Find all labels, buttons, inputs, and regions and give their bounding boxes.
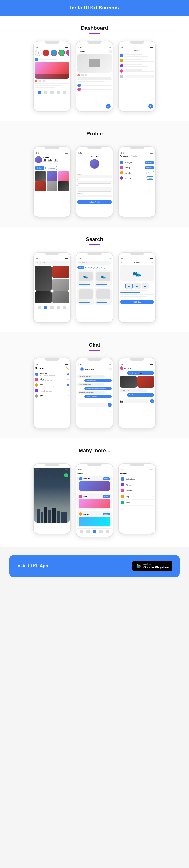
name-input[interactable] <box>78 175 111 178</box>
tag-art[interactable]: Art <box>92 266 98 269</box>
comment-input[interactable] <box>124 75 154 78</box>
profile-nav-icon[interactable] <box>63 306 66 309</box>
settings-about[interactable]: About › <box>120 500 154 505</box>
back-icon[interactable]: ← <box>78 368 79 370</box>
compose-icon[interactable]: ✏️ <box>65 367 69 370</box>
add-nav-icon[interactable] <box>50 91 54 94</box>
heart-nav-icon[interactable] <box>57 91 60 94</box>
follow-button-3[interactable]: Follow <box>146 171 154 175</box>
home-nav-icon[interactable] <box>80 530 83 533</box>
heart-nav-icon[interactable] <box>57 306 60 309</box>
following-button-1[interactable]: Following <box>145 161 154 164</box>
send-button[interactable]: → <box>150 399 154 403</box>
home-nav-icon[interactable] <box>37 91 41 94</box>
followers-tab[interactable]: Followers <box>120 155 128 158</box>
search-grid-1[interactable] <box>52 266 69 278</box>
grid-photo-6[interactable] <box>58 181 69 191</box>
follow-post-btn-2[interactable]: Follow <box>103 495 110 498</box>
msg-item-2[interactable]: olivia_j So glad to hear that... 5m <box>35 377 69 382</box>
profile-nav-icon[interactable] <box>106 530 109 533</box>
settings-title: Settings <box>120 472 154 474</box>
fab-button[interactable]: + <box>106 104 111 109</box>
search-grid-4[interactable] <box>52 291 69 303</box>
like-icon[interactable] <box>35 80 37 82</box>
post-actions[interactable] <box>35 80 69 82</box>
cart-icon[interactable]: 🛒 <box>152 262 154 264</box>
story-3[interactable] <box>58 50 65 56</box>
profile-nav-icon[interactable] <box>63 91 66 94</box>
product-3[interactable] <box>78 288 94 305</box>
msg-item-5[interactable]: tom_kr See you tomorrow 3h <box>35 393 69 399</box>
story-2[interactable] <box>51 50 57 56</box>
like-icon[interactable] <box>78 74 80 76</box>
edit-avatar[interactable] <box>90 159 99 168</box>
change-photo-link[interactable]: Change Photo <box>78 169 111 171</box>
follow-post-btn-3[interactable]: Follow <box>103 513 110 516</box>
tag-tech[interactable]: Tech <box>85 266 92 269</box>
product-1[interactable]: 👟 <box>78 270 94 287</box>
username-input[interactable] <box>78 181 111 184</box>
search-bar[interactable]: 🔍 Search <box>78 261 111 265</box>
search-grid-2[interactable] <box>52 279 69 290</box>
back-arrow[interactable]: ← <box>120 262 122 264</box>
product-4[interactable] <box>95 288 111 305</box>
video-icon[interactable] <box>109 368 111 370</box>
thumb-2[interactable]: 👟 <box>134 283 140 289</box>
thumb-3[interactable]: 👟 <box>141 283 148 289</box>
website-input[interactable] <box>78 194 111 197</box>
media-img-2[interactable] <box>137 376 154 388</box>
send-button[interactable]: → <box>108 403 111 407</box>
msg-item-1[interactable]: james_wb Hey what are you doing? <box>35 372 69 377</box>
search-nav-icon[interactable] <box>86 530 90 533</box>
msg-item-4[interactable]: sarah_d That was amazing! 1h <box>35 388 69 393</box>
message-input[interactable] <box>78 403 107 407</box>
grid-photo-4[interactable] <box>35 181 46 191</box>
following-button-2[interactable]: Following <box>145 166 154 169</box>
follow-post-btn[interactable]: Follow <box>103 477 110 480</box>
submit-profile-button[interactable]: Submit Profile <box>78 200 111 204</box>
fab-button[interactable]: + <box>148 104 153 109</box>
search-bar[interactable]: 🔍 Search <box>35 261 69 265</box>
message-input[interactable] <box>124 399 149 403</box>
add-story[interactable]: + <box>35 50 42 56</box>
more-icon[interactable] <box>109 50 111 53</box>
share-icon[interactable] <box>43 80 45 82</box>
camera-icon[interactable]: 📷 <box>120 400 123 403</box>
comment-icon[interactable] <box>81 74 84 76</box>
bio-input[interactable] <box>78 187 111 192</box>
tag-shoes[interactable]: Shoes <box>78 266 84 269</box>
story-4[interactable] <box>66 50 69 56</box>
thumb-1[interactable]: 👟 <box>126 283 133 289</box>
search-nav-icon[interactable] <box>44 91 47 94</box>
add-to-cart-button[interactable]: Add to Cart <box>120 300 154 304</box>
product-2[interactable]: 👟 <box>95 270 111 287</box>
home-nav-icon[interactable] <box>37 306 41 309</box>
grid-photo-3[interactable] <box>58 172 69 181</box>
grid-photo-1[interactable] <box>35 172 46 181</box>
chat-phone-media: 9:41 ●●● olivia_j Check this out! 📷 Love… <box>118 358 156 429</box>
grid-photo-5[interactable] <box>47 181 58 191</box>
settings-privacy[interactable]: Privacy › <box>120 482 154 488</box>
social-nav-icon[interactable] <box>93 530 96 533</box>
google-play-button[interactable]: Get it on Google Playstore <box>132 561 172 571</box>
settings-notifications[interactable]: Notifications › <box>120 476 154 482</box>
grid-photo-2[interactable] <box>47 172 58 181</box>
search-grid-tall[interactable] <box>35 266 52 290</box>
message-button[interactable]: Message <box>45 166 57 170</box>
follow-button[interactable]: Follow <box>35 166 45 170</box>
tag-sport[interactable]: Sport <box>99 266 105 269</box>
post-actions[interactable] <box>78 74 111 76</box>
search-nav-icon[interactable] <box>44 306 47 309</box>
following-tab[interactable]: Following <box>131 155 138 158</box>
settings-help[interactable]: Help › <box>120 494 154 500</box>
follow-button-4[interactable]: Follow <box>146 176 154 180</box>
settings-security[interactable]: Security › <box>120 488 154 494</box>
notif-nav-icon[interactable] <box>99 530 103 533</box>
search-grid-3[interactable] <box>35 291 52 303</box>
share-icon[interactable] <box>85 74 87 76</box>
add-nav-icon[interactable] <box>50 306 54 309</box>
story-1[interactable] <box>43 50 49 56</box>
msg-item-3[interactable]: mark_lb Come on, let's meet up <box>35 382 69 388</box>
comment-icon[interactable] <box>39 80 41 82</box>
media-img-1[interactable] <box>120 376 137 388</box>
